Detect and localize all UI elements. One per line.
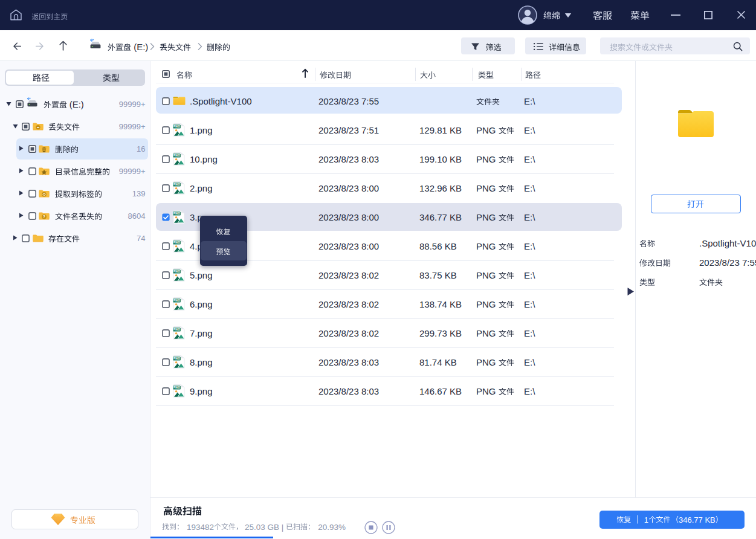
svg-text:?: ? [43, 215, 45, 219]
svg-text:PNG: PNG [173, 270, 180, 273]
svg-text:PNG: PNG [173, 153, 180, 157]
svg-text:PNG: PNG [173, 240, 180, 244]
svg-text:PNG: PNG [173, 386, 180, 389]
svg-text:PNG: PNG [173, 328, 180, 331]
svg-text:PNG: PNG [173, 299, 180, 302]
svg-text:PNG: PNG [173, 211, 180, 215]
svg-text:PNG: PNG [173, 357, 180, 360]
svg-text:PNG: PNG [173, 124, 180, 128]
svg-text:PNG: PNG [173, 182, 180, 186]
